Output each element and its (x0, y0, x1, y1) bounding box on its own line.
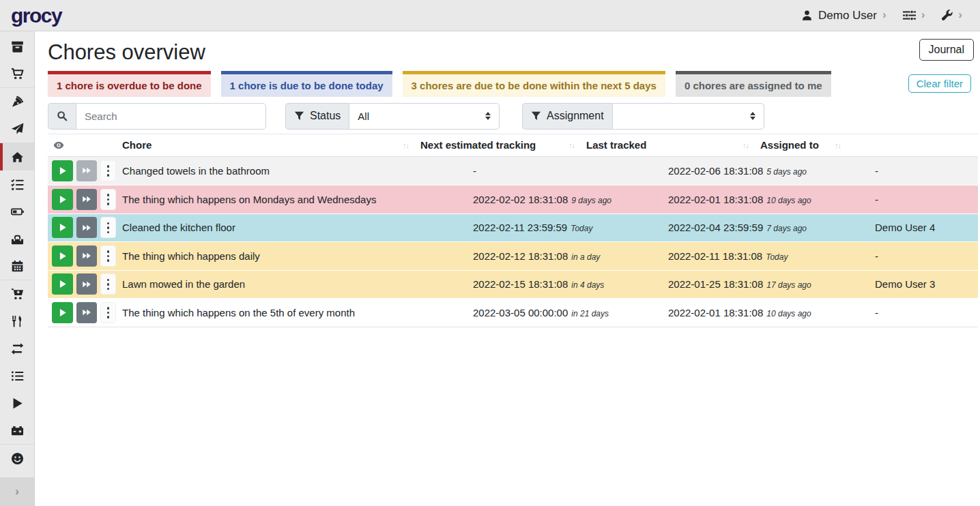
assignment-filter-select[interactable] (612, 103, 764, 130)
sidebar-item-calendar[interactable] (0, 252, 34, 280)
row-menu-button[interactable] (100, 273, 116, 295)
status-card-due-soon[interactable]: 3 chores are due to be done within the n… (403, 71, 665, 97)
next-estimated-tracking-cell: 2022-02-12 18:31:08in a day (467, 250, 662, 262)
filter-icon (531, 111, 541, 121)
sidebar-item-pizza-slice[interactable] (0, 88, 34, 115)
skip-chore-button[interactable] (76, 245, 98, 267)
chore-name: The thing which happens on the 5th of ev… (116, 307, 467, 318)
journal-button[interactable]: Journal (919, 39, 974, 61)
home-icon (11, 151, 24, 164)
row-menu-button[interactable] (100, 245, 116, 267)
table-row: Cleaned the kitchen floor 2022-02-11 23:… (48, 213, 978, 242)
clear-filter-button[interactable]: Clear filter (908, 74, 971, 93)
track-chore-button[interactable] (52, 217, 73, 238)
column-header-chore[interactable]: Chore↑↓ (116, 134, 414, 156)
track-chore-button[interactable] (52, 245, 73, 267)
sidebar-item-list[interactable] (0, 362, 34, 389)
last-tracked-cell: 2022-02-11 18:31:08Today (662, 250, 869, 262)
checklist-icon (11, 178, 24, 191)
row-menu-button[interactable] (100, 189, 116, 210)
cart-plus-icon (11, 288, 24, 301)
column-visibility-header[interactable] (48, 134, 116, 156)
last-tracked-cell: 2022-02-06 18:31:085 days ago (662, 165, 869, 177)
sidebar-item-toolbox[interactable] (0, 225, 34, 252)
status-filter-select[interactable]: All (349, 103, 500, 130)
list-icon (11, 370, 24, 383)
status-card-due-today[interactable]: 1 chore is due to be done today (221, 71, 392, 97)
grocy-logo[interactable]: grocy (11, 5, 61, 26)
track-chore-button[interactable] (52, 189, 73, 210)
admin-menu[interactable]: › (941, 10, 962, 21)
chevron-right-icon: › (882, 9, 887, 20)
assigned-to-cell: - (869, 307, 978, 318)
skip-chore-button[interactable] (76, 217, 98, 238)
sidebar-item-checklist[interactable] (0, 170, 34, 198)
status-card-overdue[interactable]: 1 chore is overdue to be done (48, 71, 211, 97)
column-header-last-tracked[interactable]: Last tracked↑↓ (580, 134, 754, 156)
track-chore-button[interactable] (52, 160, 73, 181)
select-arrows-icon (485, 112, 491, 120)
sidebar-item-car-battery[interactable] (0, 417, 34, 444)
column-header-assigned-to[interactable]: Assigned to↑↓ (754, 134, 846, 156)
sidebar-collapse-button[interactable]: › (0, 477, 34, 506)
assignment-filter-label: Assignment (522, 103, 612, 130)
search-icon (57, 110, 68, 121)
settings-menu[interactable]: › (903, 10, 925, 21)
next-estimated-tracking-cell: 2022-02-11 23:59:59Today (467, 222, 662, 233)
skip-chore-button[interactable] (76, 189, 98, 210)
last-tracked-cell: 2022-02-01 18:31:0810 days ago (662, 194, 869, 205)
filter-row: Status All Assignment (48, 103, 978, 130)
sidebar-item-paper-plane[interactable] (0, 115, 34, 143)
skip-chore-button[interactable] (76, 302, 98, 323)
sidebar-item-home[interactable] (0, 143, 34, 170)
sidebar-group (0, 87, 34, 143)
table-row: Changed towels in the bathroom - 2022-02… (48, 157, 978, 185)
column-header-next-tracking[interactable]: Next estimated tracking↑↓ (414, 134, 580, 156)
row-menu-button[interactable] (100, 302, 116, 323)
pizza-slice-icon (11, 95, 24, 108)
next-estimated-tracking-cell: 2022-03-05 00:00:00in 21 days (467, 307, 662, 318)
skip-chore-button[interactable] (76, 273, 98, 295)
sidebar-item-utensils[interactable] (0, 308, 34, 335)
chore-name: The thing which happens on Mondays and W… (116, 194, 467, 205)
status-card-assigned-me[interactable]: 0 chores are assigned to me (676, 71, 831, 97)
sidebar-item-shopping-cart[interactable] (0, 60, 34, 87)
search-input[interactable] (76, 103, 266, 130)
chores-table: Chore↑↓ Next estimated tracking↑↓ Last t… (48, 134, 978, 327)
select-arrows-icon (750, 112, 755, 120)
sidebar-item-battery[interactable] (0, 198, 34, 225)
status-filter-label: Status (285, 103, 349, 130)
sidebar-item-play[interactable] (0, 389, 34, 417)
last-tracked-cell: 2022-02-01 18:31:0810 days ago (662, 307, 869, 318)
table-row: The thing which happens daily 2022-02-12… (48, 241, 978, 270)
track-chore-button[interactable] (52, 273, 73, 295)
sidebar-group (0, 33, 34, 87)
last-tracked-cell: 2022-01-25 18:31:0817 days ago (662, 278, 869, 290)
wrench-icon (941, 10, 953, 21)
exchange-icon (11, 342, 24, 355)
last-tracked-cell: 2022-02-04 23:59:597 days ago (662, 222, 869, 233)
play-icon (11, 397, 24, 410)
smiley-icon (11, 452, 24, 465)
user-menu[interactable]: Demo User › (801, 9, 887, 23)
battery-icon (11, 205, 24, 218)
sidebar-item-exchange[interactable] (0, 335, 34, 362)
sidebar-item-cart-plus[interactable] (0, 280, 34, 308)
user-icon (801, 10, 813, 21)
sidebar-item-box[interactable] (0, 33, 34, 60)
sidebar-group (0, 143, 34, 280)
sidebar-item-smiley[interactable] (0, 445, 34, 472)
sort-icon: ↑↓ (568, 141, 575, 149)
assigned-to-cell: - (869, 165, 978, 177)
assigned-to-cell: - (869, 194, 978, 205)
car-battery-icon (11, 424, 24, 437)
track-chore-button[interactable] (52, 302, 73, 323)
next-estimated-tracking-cell: 2022-02-15 18:31:08in 4 days (467, 278, 662, 290)
next-estimated-tracking-cell: 2022-02-02 18:31:089 days ago (467, 194, 662, 205)
table-row: The thing which happens on Mondays and W… (48, 185, 978, 213)
assigned-to-cell: Demo User 4 (869, 222, 978, 233)
table-row: The thing which happens on the 5th of ev… (48, 298, 978, 327)
row-menu-button[interactable] (100, 160, 116, 181)
top-navbar: grocy Demo User › › › (0, 0, 980, 31)
row-menu-button[interactable] (100, 217, 116, 238)
